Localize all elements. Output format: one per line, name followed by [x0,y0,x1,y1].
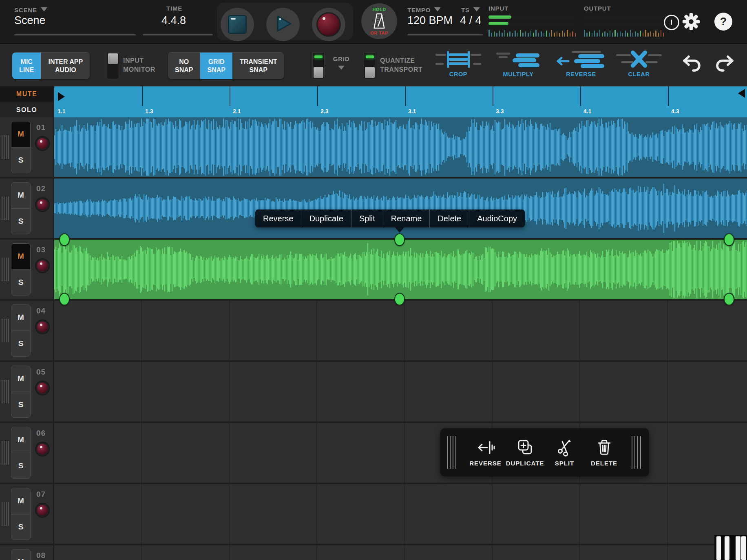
track-lane[interactable] [54,301,747,360]
track-solo-button[interactable]: S [11,392,30,418]
ruler-tick-label: 1.1 [57,108,65,115]
selection-split-button[interactable]: SPLIT [545,438,584,467]
crop-action-button[interactable]: CROP [428,50,489,77]
metronome-icon [371,13,387,31]
track-solo-button[interactable]: S [11,514,30,540]
record-arm-button[interactable] [35,258,50,273]
selection-delete-button[interactable]: DELETE [584,438,624,467]
toolbar-drag-handle[interactable] [632,436,643,469]
piano-keys-icon[interactable] [714,535,747,560]
record-arm-button[interactable] [35,320,50,334]
time-underline [143,34,213,35]
record-arm-button[interactable] [35,503,50,518]
selection-handle[interactable] [724,293,734,306]
context-menu-item-audiocopy[interactable]: AudioCopy [469,209,525,227]
track-solo-button[interactable]: S [11,269,30,295]
track-lane[interactable] [54,484,747,544]
track-drag-handle-icon[interactable] [2,319,9,342]
tempo-value[interactable]: 120 BPM [407,14,453,27]
snap-option-no-snap[interactable]: NOSNAP [168,53,200,79]
context-menu-item-delete[interactable]: Delete [429,209,469,227]
track-mute-button[interactable]: M [11,366,30,392]
input-monitor-switch[interactable] [107,52,119,79]
clear-action-button[interactable]: CLEAR [608,50,670,77]
selection-handle[interactable] [59,234,70,246]
track-mute-button[interactable]: M [11,244,30,269]
track-number: 07 [36,490,46,499]
track-mute-button[interactable]: M [11,305,30,331]
help-icon[interactable]: ? [714,13,732,31]
selection-handle[interactable] [724,234,734,246]
track-drag-handle-icon[interactable] [2,258,9,281]
stop-button[interactable] [221,8,254,41]
toolbar-drag-handle[interactable] [447,436,458,469]
grid-label[interactable]: GRID [326,55,356,75]
track-header: M S 04 [0,301,53,360]
play-button[interactable] [266,8,300,41]
scene-value[interactable]: Scene [14,14,46,27]
track-mute-button[interactable]: M [11,427,30,453]
context-menu-item-rename[interactable]: Rename [383,209,430,227]
undo-icon[interactable] [681,55,703,75]
track-drag-handle-icon[interactable] [2,502,9,526]
redo-icon[interactable] [714,55,735,75]
audio-clip-green[interactable] [54,240,747,299]
playhead-start-icon[interactable] [58,92,65,101]
snap-option-grid-snap[interactable]: GRIDSNAP [200,53,232,79]
output-meter-1 [584,15,664,19]
source-option-mic-line[interactable]: MICLINE [12,53,41,79]
track-solo-button[interactable]: S [11,331,30,357]
record-arm-button[interactable] [35,381,50,395]
selection-duplicate-button[interactable]: DUPLICATE [505,438,545,467]
track-mute-button[interactable]: M [11,488,30,514]
track-lane[interactable] [54,545,747,560]
mute-solo-group: M S [11,366,31,418]
track-solo-button[interactable]: S [11,453,30,479]
chevron-down-icon [434,7,441,15]
timeline-ruler[interactable]: 1.11.32.12.33.13.34.14.3 [54,86,747,117]
track-lane[interactable] [54,362,747,421]
reverse-action-button[interactable]: REVERSE [550,50,612,77]
track-drag-handle-icon[interactable] [2,196,9,220]
time-signature-value[interactable]: 4 / 4 [460,14,482,27]
track-drag-handle-icon[interactable] [2,380,9,403]
track-solo-button[interactable]: S [11,208,30,234]
record-arm-button[interactable] [35,136,50,151]
track-mute-button[interactable]: M [11,183,30,208]
loop-end-icon[interactable] [738,89,745,98]
mute-row-label[interactable]: MUTE [0,86,53,101]
record-arm-button[interactable] [35,197,50,212]
mute-solo-group: M S [11,304,31,357]
track-mute-button[interactable]: M [11,121,30,147]
multiply-icon [488,50,549,69]
context-menu-item-reverse[interactable]: Reverse [255,209,301,227]
input-level-scale [488,29,577,37]
audio-clip-blue[interactable] [54,117,747,177]
grid-switch[interactable] [312,52,325,79]
track-lane [54,117,747,177]
mute-solo-group: M S [11,243,31,295]
context-menu-item-duplicate[interactable]: Duplicate [301,209,351,227]
settings-gear-icon[interactable] [682,12,701,33]
selection-handle[interactable] [59,293,70,306]
source-option-inter-app-audio[interactable]: INTER APPAUDIO [41,53,90,79]
quantize-transport-switch[interactable] [364,52,376,79]
record-arm-button[interactable] [35,442,50,456]
selection-reverse-button[interactable]: REVERSE [466,438,505,467]
io-indicator-icon[interactable] [664,15,679,30]
context-menu-item-split[interactable]: Split [351,209,383,227]
metronome-button[interactable]: HOLD OR TAP [361,3,397,39]
multiply-action-button[interactable]: MULTIPLY [488,50,549,77]
track-drag-handle-icon[interactable] [2,135,9,159]
track-mute-button[interactable]: M [11,549,30,560]
selection-handle[interactable] [394,293,405,306]
track-solo-button[interactable]: S [11,147,30,173]
selection-toolbar: REVERSE DUPLICATE SPLIT DELETE [440,428,649,476]
record-button[interactable] [312,8,345,41]
selection-button-label: SPLIT [545,460,584,467]
snap-option-transient-snap[interactable]: TRANSIENTSNAP [232,53,284,79]
quantize-transport-label: QUANTIZETRANSPORT [380,56,422,74]
option-label: SNAP [240,66,277,74]
track-drag-handle-icon[interactable] [2,441,9,465]
solo-row-label[interactable]: SOLO [0,102,53,117]
